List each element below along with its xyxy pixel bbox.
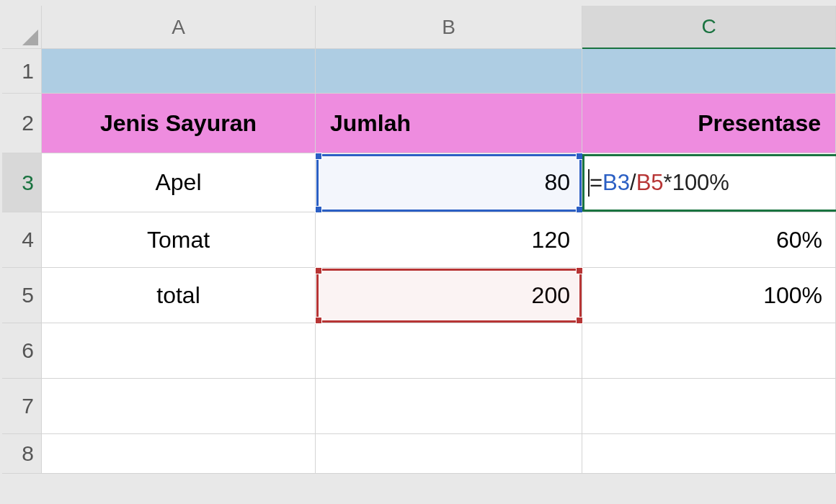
- cell-a5[interactable]: total: [42, 268, 316, 323]
- cell-a6[interactable]: [42, 323, 316, 379]
- cell-a1[interactable]: [42, 49, 316, 94]
- cell-c6[interactable]: [582, 323, 836, 379]
- cell-b4[interactable]: 120: [316, 212, 582, 268]
- formula-op-divide: /: [630, 170, 636, 196]
- formula-prefix: =: [590, 170, 602, 196]
- cell-c8[interactable]: [582, 434, 836, 474]
- formula-suffix: *100%: [664, 170, 729, 196]
- column-header-c[interactable]: C: [582, 6, 836, 49]
- cell-b8[interactable]: [316, 434, 582, 474]
- cell-c4[interactable]: 60%: [582, 212, 836, 268]
- row-header-7[interactable]: 7: [2, 379, 42, 434]
- row-header-5[interactable]: 5: [2, 268, 42, 323]
- cell-b2[interactable]: Jumlah: [316, 94, 582, 153]
- cell-a3[interactable]: Apel: [42, 153, 316, 212]
- column-header-a[interactable]: A: [42, 6, 316, 49]
- spreadsheet-grid[interactable]: A B C 1 2 Jenis Sayuran Jumlah Presentas…: [2, 6, 836, 474]
- row-header-3[interactable]: 3: [2, 153, 42, 212]
- row-header-2[interactable]: 2: [2, 94, 42, 153]
- cell-a7[interactable]: [42, 379, 316, 434]
- cell-b6[interactable]: [316, 323, 582, 379]
- row-header-6[interactable]: 6: [2, 323, 42, 379]
- cell-c2[interactable]: Presentase: [582, 94, 836, 153]
- cell-c7[interactable]: [582, 379, 836, 434]
- formula-ref-b5: B5: [636, 170, 664, 196]
- row-header-8[interactable]: 8: [2, 434, 42, 474]
- column-header-b[interactable]: B: [316, 6, 582, 49]
- cell-a8[interactable]: [42, 434, 316, 474]
- row-header-1[interactable]: 1: [2, 49, 42, 94]
- cell-a2[interactable]: Jenis Sayuran: [42, 94, 316, 153]
- cell-c5[interactable]: 100%: [582, 268, 836, 323]
- cell-b1[interactable]: [316, 49, 582, 94]
- cell-b5[interactable]: 200: [316, 268, 582, 323]
- select-all-corner[interactable]: [2, 6, 42, 49]
- cell-c1[interactable]: [582, 49, 836, 94]
- formula-ref-b3: B3: [602, 170, 630, 196]
- row-header-4[interactable]: 4: [2, 212, 42, 268]
- cell-b3[interactable]: 80: [316, 153, 582, 212]
- cell-a4[interactable]: Tomat: [42, 212, 316, 268]
- cell-b7[interactable]: [316, 379, 582, 434]
- cell-c3-formula-editor[interactable]: =B3/B5*100%: [582, 153, 836, 212]
